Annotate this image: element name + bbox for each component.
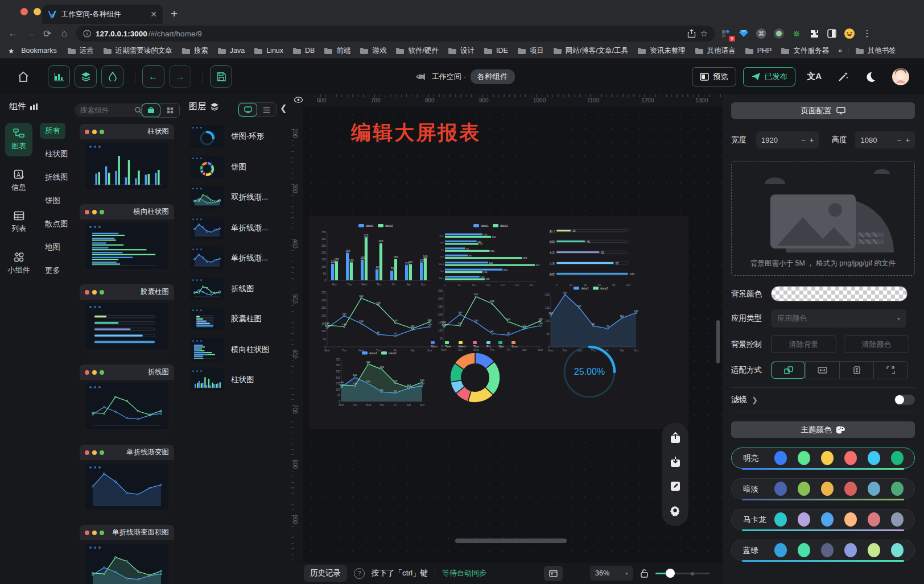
extension-blocks-icon[interactable]: 9 bbox=[720, 28, 732, 39]
component-card[interactable]: 单折线渐变图 bbox=[80, 445, 174, 513]
clear-color-button[interactable]: 清除颜色 bbox=[844, 336, 909, 353]
dashboard-preview[interactable] bbox=[309, 216, 688, 429]
category-item[interactable]: 散点图 bbox=[40, 216, 73, 232]
decrement-icon[interactable]: − bbox=[897, 136, 902, 144]
redo-button[interactable]: → bbox=[169, 65, 191, 88]
dark-mode-moon-icon[interactable] bbox=[865, 71, 876, 82]
canvas-horizontal-scrollbar[interactable] bbox=[455, 539, 567, 543]
component-card[interactable]: 单折线渐变面积图 bbox=[80, 525, 174, 584]
history-panel-icon[interactable] bbox=[544, 566, 563, 581]
bookmark-folder[interactable]: 其他语言 bbox=[691, 46, 739, 56]
export-icon[interactable] bbox=[670, 432, 681, 444]
zoom-slider[interactable] bbox=[655, 569, 710, 577]
fit-scale-button[interactable] bbox=[772, 362, 805, 379]
fit-height-button[interactable] bbox=[839, 362, 873, 379]
home-icon[interactable]: ⌂ bbox=[56, 28, 73, 39]
edit-icon[interactable] bbox=[670, 481, 681, 492]
bookmarks-star-icon[interactable]: ★ bbox=[8, 47, 14, 55]
bookmark-folder[interactable]: 近期需要读的文章 bbox=[100, 46, 176, 56]
bookmark-folder[interactable]: 设计 bbox=[444, 46, 478, 56]
category-item[interactable]: 所有 bbox=[40, 123, 65, 139]
bookmarks-overflow-icon[interactable]: » bbox=[838, 47, 842, 55]
help-icon[interactable]: ? bbox=[354, 568, 365, 579]
layer-item[interactable]: 饼图-环形 bbox=[190, 125, 287, 148]
canvas-vertical-scrollbar[interactable] bbox=[716, 320, 720, 363]
bookmark-star-icon[interactable]: ☆ bbox=[700, 28, 708, 39]
star-extension-icon[interactable]: ✵ bbox=[791, 28, 802, 39]
theme-row-暗淡[interactable]: 暗淡 bbox=[731, 478, 915, 499]
bookmark-folder[interactable]: 网站/博客/文章/工具 bbox=[550, 46, 632, 56]
new-tab-button[interactable]: + bbox=[171, 5, 178, 22]
app-type-select[interactable]: 应用颜色▾ bbox=[771, 309, 906, 328]
filter-toggle[interactable] bbox=[894, 395, 915, 405]
component-card[interactable]: 折线图 bbox=[80, 365, 174, 433]
layer-item[interactable]: 饼图 bbox=[190, 156, 287, 179]
address-bar[interactable]: 127.0.0.1:3000/#/chart/home/9 ☆ bbox=[76, 26, 715, 42]
gem-extension-icon[interactable] bbox=[738, 28, 749, 39]
bookmark-folder[interactable]: 搜索 bbox=[178, 46, 212, 56]
bookmark-folder[interactable]: DB bbox=[289, 47, 318, 55]
slider-knob[interactable] bbox=[666, 569, 675, 578]
sidebar-tab-1[interactable]: A信息 bbox=[5, 164, 32, 198]
bookmark-folder[interactable]: 前端 bbox=[320, 46, 354, 56]
layers-thumbnail-view-button[interactable] bbox=[238, 103, 257, 117]
canvas-page-title[interactable]: 编辑大屏报表 bbox=[351, 119, 481, 146]
layers-panel-toggle-button[interactable] bbox=[75, 65, 97, 88]
background-color-swatch[interactable] bbox=[771, 286, 908, 301]
layer-item[interactable]: 柱状图 bbox=[190, 368, 287, 391]
minimize-window-button[interactable] bbox=[34, 8, 41, 15]
clear-background-button[interactable]: 清除背景 bbox=[771, 336, 836, 353]
components-grid-view-button[interactable] bbox=[160, 103, 179, 117]
ruler-eye-icon[interactable] bbox=[294, 96, 303, 104]
profile-avatar-icon[interactable] bbox=[844, 28, 855, 39]
browser-tab[interactable]: 工作空间-各种组件 ✕ bbox=[42, 5, 163, 24]
command-extension-icon[interactable]: ⌘ bbox=[756, 28, 767, 39]
layer-item[interactable]: 折线图 bbox=[190, 277, 287, 300]
layer-item[interactable]: 双折线渐... bbox=[190, 186, 287, 209]
other-bookmarks-folder[interactable]: 其他书签 bbox=[852, 46, 900, 56]
forward-icon[interactable]: → bbox=[22, 28, 39, 39]
reload-icon[interactable]: ⟳ bbox=[39, 28, 56, 40]
height-stepper[interactable]: 1080−+ bbox=[855, 131, 915, 148]
collapse-layers-icon[interactable]: ❮ bbox=[280, 103, 287, 113]
theme-color-header[interactable]: 主题颜色 bbox=[731, 421, 915, 438]
close-window-button[interactable] bbox=[20, 8, 28, 15]
theme-row-蓝绿[interactable]: 蓝绿 bbox=[731, 540, 915, 561]
bookmark-folder[interactable]: 游戏 bbox=[356, 46, 390, 56]
user-avatar[interactable] bbox=[892, 68, 909, 85]
lock-icon[interactable] bbox=[640, 569, 649, 578]
category-item[interactable]: 更多 bbox=[40, 263, 65, 279]
width-stepper[interactable]: 1920−+ bbox=[756, 131, 819, 148]
undo-button[interactable]: ← bbox=[142, 65, 164, 88]
bookmark-folder[interactable]: 运营 bbox=[64, 46, 97, 56]
theme-row-马卡龙[interactable]: 马卡龙 bbox=[731, 509, 915, 530]
component-card[interactable]: 胶囊柱图 bbox=[80, 284, 174, 353]
category-item[interactable]: 柱状图 bbox=[40, 146, 73, 162]
puzzle-extensions-icon[interactable] bbox=[808, 28, 820, 39]
settings-gear-icon[interactable] bbox=[669, 504, 681, 516]
back-icon[interactable]: ← bbox=[5, 28, 22, 39]
save-button[interactable] bbox=[210, 65, 232, 88]
sidebar-tab-2[interactable]: 列表 bbox=[5, 206, 32, 239]
layer-item[interactable]: 横向柱状图 bbox=[190, 338, 287, 361]
app-home-icon[interactable] bbox=[17, 71, 30, 82]
tab-close-icon[interactable]: ✕ bbox=[150, 10, 157, 19]
fit-stretch-button[interactable] bbox=[873, 362, 908, 379]
language-icon[interactable]: 文A bbox=[807, 71, 822, 82]
category-item[interactable]: 饼图 bbox=[40, 193, 65, 209]
history-button[interactable]: 历史记录 bbox=[304, 565, 347, 582]
dot-extension-icon[interactable] bbox=[773, 28, 785, 39]
design-canvas[interactable]: 6007008009001000110012001300 20030040050… bbox=[291, 94, 723, 562]
bookmark-folder[interactable]: PHP bbox=[741, 47, 776, 55]
magic-wand-icon[interactable] bbox=[838, 71, 849, 82]
bookmarks-label[interactable]: Bookmarks bbox=[18, 47, 60, 55]
theme-row-明亮[interactable]: 明亮 bbox=[731, 448, 915, 469]
import-icon[interactable] bbox=[670, 456, 681, 467]
charts-panel-toggle-button[interactable] bbox=[48, 65, 70, 88]
zoom-select[interactable]: 36%▾ bbox=[590, 566, 633, 581]
sidebar-tab-0[interactable]: 图表 bbox=[5, 123, 32, 156]
layer-item[interactable]: 胶囊柱图 bbox=[190, 308, 287, 330]
site-info-icon[interactable] bbox=[83, 30, 91, 38]
search-input[interactable]: 搜索组件 bbox=[75, 103, 147, 117]
component-card[interactable]: 柱状图 bbox=[80, 124, 174, 192]
